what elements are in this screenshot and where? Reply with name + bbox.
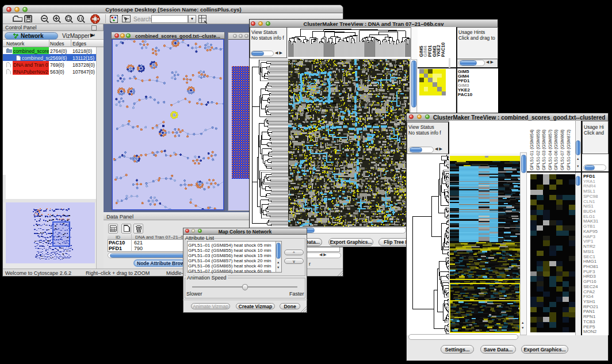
svg-text:GPL51-01 (GSM854): GPL51-01 (GSM854)	[529, 129, 534, 170]
svg-text:GPL51-03 (GSM856): GPL51-03 (GSM856)	[541, 129, 546, 170]
svg-text:GPL51-04 (GSM857): GPL51-04 (GSM857)	[548, 129, 553, 170]
svg-text:PAC10: PAC10	[441, 42, 446, 57]
svg-text:GPL51-06 (GSM865): GPL51-06 (GSM865)	[553, 129, 559, 170]
svg-text:GPL51-08 (GSM872): GPL51-08 (GSM872)	[566, 129, 571, 170]
svg-text:GPL51-07 (GSM868): GPL51-07 (GSM868)	[560, 129, 565, 170]
svg-text:GPL51-02 (GSM855): GPL51-02 (GSM855)	[536, 129, 541, 170]
